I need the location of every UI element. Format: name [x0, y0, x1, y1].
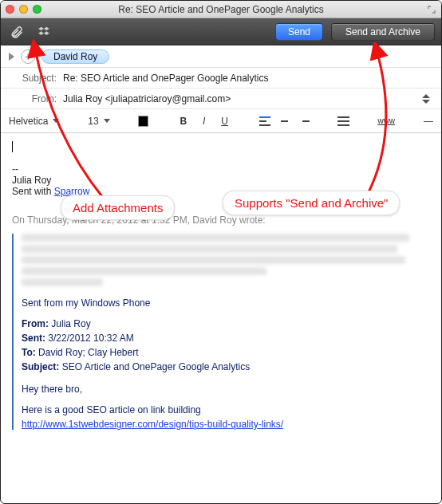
bold-button[interactable]: B: [177, 116, 190, 127]
close-window-button[interactable]: [6, 5, 14, 14]
text-color-swatch[interactable]: [138, 116, 148, 127]
from-select[interactable]: Julia Roy <juliapatriciaroy@gmail.com>: [63, 93, 417, 104]
hdr-to-label: To:: [22, 347, 36, 358]
sent-from-line: Sent from my Windows Phone: [22, 297, 430, 309]
quoted-link[interactable]: http://www.1stwebdesigner.com/design/tip…: [22, 419, 283, 430]
disclosure-triangle-icon[interactable]: [9, 53, 14, 61]
hdr-to-value: David Roy; Clay Hebert: [36, 347, 139, 358]
minimize-window-button[interactable]: [19, 5, 28, 14]
recipient-name: David Roy: [53, 51, 97, 62]
quoted-message: Sent from my Windows Phone From: Julia R…: [12, 234, 430, 430]
quoted-headers: From: Julia Roy Sent: 3/22/2012 10:32 AM…: [22, 318, 430, 372]
callout-send-archive: Supports "Send and Archive": [223, 191, 400, 215]
window-title: Re: SEO Article and OnePager Google Anal…: [1, 4, 441, 15]
align-center-button[interactable]: [278, 116, 290, 126]
signature-name: Julia Roy: [12, 175, 430, 186]
send-and-archive-button-label: Send and Archive: [345, 26, 420, 37]
underline-button[interactable]: U: [219, 116, 231, 127]
sent-with-prefix: Sent with: [12, 186, 54, 197]
compose-toolbar: Send Send and Archive: [1, 18, 441, 45]
from-label: From:: [1, 93, 63, 104]
recipient-pill[interactable]: David Roy: [41, 49, 109, 64]
send-and-archive-button[interactable]: Send and Archive: [331, 23, 435, 41]
align-right-button[interactable]: [298, 116, 310, 126]
send-button-label: Send: [288, 26, 310, 37]
font-size-label: 13: [88, 116, 98, 127]
hdr-sent-label: Sent:: [22, 333, 45, 344]
caret-down-icon: [104, 119, 110, 123]
window-titlebar: Re: SEO Article and OnePager Google Anal…: [1, 1, 441, 18]
signature-dash: --: [12, 163, 430, 175]
send-button[interactable]: Send: [275, 23, 323, 41]
callout-add-attachments: Add Attachments: [61, 195, 175, 220]
italic-button[interactable]: I: [198, 116, 211, 127]
format-toolbar: Helvetica 13 B I U www —: [1, 109, 441, 133]
text-caret: [12, 141, 13, 152]
bullet-list-button[interactable]: [337, 116, 349, 126]
hdr-subject-label: Subject:: [22, 361, 59, 372]
subject-label: Subject:: [1, 73, 63, 84]
redacted-text: [22, 234, 430, 286]
hdr-subject-value: SEO Article and OnePager Google Analytic…: [59, 361, 250, 372]
chevron-down-icon: [422, 100, 430, 104]
subject-input[interactable]: Re: SEO Article and OnePager Google Anal…: [63, 73, 433, 84]
fullscreen-icon[interactable]: [427, 5, 436, 14]
callout-send-archive-text: Supports "Send and Archive": [235, 196, 388, 210]
chevron-up-icon: [422, 94, 430, 98]
hdr-from-value: Julia Roy: [49, 318, 91, 329]
recipient-row: + David Roy: [1, 45, 441, 68]
callout-add-attachments-text: Add Attachments: [73, 201, 163, 215]
from-stepper[interactable]: [422, 94, 433, 104]
traffic-lights: [6, 5, 41, 14]
subject-row: Subject: Re: SEO Article and OnePager Go…: [1, 68, 441, 89]
add-recipient-button[interactable]: +: [21, 49, 35, 64]
font-family-select[interactable]: Helvetica: [9, 116, 59, 127]
quoted-greeting: Hey there bro,: [22, 384, 430, 395]
font-size-select[interactable]: 13: [88, 116, 109, 127]
align-left-button[interactable]: [259, 116, 270, 126]
link-button[interactable]: www: [377, 116, 395, 125]
dropbox-icon[interactable]: [34, 22, 53, 41]
quoted-body-line: Here is a good SEO article on link build…: [22, 404, 430, 415]
zoom-window-button[interactable]: [33, 5, 41, 14]
from-row: From: Julia Roy <juliapatriciaroy@gmail.…: [1, 89, 441, 109]
compose-body[interactable]: -- Julia Roy Sent with Sparrow On Thursd…: [1, 133, 441, 503]
clear-format-button[interactable]: —: [424, 116, 433, 127]
hdr-sent-value: 3/22/2012 10:32 AM: [45, 333, 134, 344]
font-family-label: Helvetica: [9, 116, 48, 127]
hdr-from-label: From:: [22, 318, 49, 329]
attachment-icon[interactable]: [7, 22, 26, 41]
caret-down-icon: [53, 119, 59, 123]
